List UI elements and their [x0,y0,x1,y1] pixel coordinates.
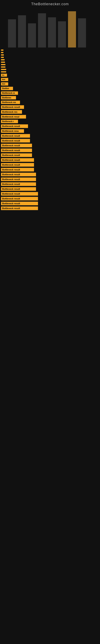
svg-rect-5 [48,17,56,48]
list-item: Bottleneck result [0,105,100,109]
bottleneck-result-label: Bottleneck result [1,124,28,128]
list-item: Bottleneck result [0,158,100,162]
bottleneck-result-label: Bottleneck re [1,91,18,95]
list-item: Bottleneck result [0,178,100,181]
list-item: Bottleneck result [0,153,100,157]
list-item: Bottleneck r [0,120,100,123]
bottleneck-result-label: Bottleneck result [1,173,36,176]
list-item [0,64,100,65]
list-item: Bottleneck result [0,197,100,200]
svg-rect-3 [28,23,36,48]
list-item [0,50,100,51]
bottleneck-result-label: Bot [1,78,8,81]
list-item: Bottleneck result [0,182,100,186]
list-item [0,69,100,70]
list-item: Bottleneck result [0,173,100,176]
bottleneck-result-label: Bottlenec [1,96,16,100]
list-item [0,54,100,56]
bottleneck-result-label [1,69,6,70]
list-item: Bottleneck result [0,192,100,196]
svg-rect-8 [78,18,86,48]
site-title: TheBottlenecker.com [0,0,100,7]
list-item: Bottleneck result [0,134,100,138]
list-item: Bottleneck res [0,110,100,114]
bottleneck-result-label: Bottleneck result [1,163,34,167]
bottleneck-result-label: Bottleneck result [1,202,38,205]
list-item: Bottleneck res [0,100,100,104]
bottleneck-result-label [1,62,5,63]
list-item: Bot [0,82,100,86]
bottleneck-result-label [1,54,4,56]
bottleneck-result-label: Bottleneck res [1,110,22,114]
list-item [0,66,100,68]
bottleneck-result-label: Bottlen [1,87,13,90]
bottleneck-result-label [1,57,4,58]
bottleneck-result-label: Bottleneck result [1,139,30,142]
bottleneck-result-label: Bot [1,82,8,86]
list-item: Bottleneck result [0,148,100,152]
chart-area [0,7,100,48]
list-item: Bottleneck result [0,187,100,191]
bottleneck-result-label: Bottleneck result [1,134,30,138]
list-item [0,52,100,53]
list-item: Bot [0,78,100,81]
bottleneck-result-label: Bottleneck result [1,178,36,181]
svg-rect-1 [8,19,16,48]
bottleneck-result-label [1,64,5,65]
list-item: Bottleneck result [0,168,100,172]
list-item [0,62,100,63]
list-item [0,57,100,58]
list-item: Bo [0,74,100,77]
bottleneck-result-label: Bottleneck result [1,197,38,200]
list-item: Bottleneck result [0,206,100,210]
bottleneck-result-label: Bottleneck res [1,100,20,104]
list-item [0,59,100,60]
bottleneck-result-label: Bottleneck result [1,168,34,172]
list-item: Bottlenec [0,96,100,100]
bottleneck-result-label: Bottleneck resul [1,115,26,118]
list-item: Bottleneck result [0,124,100,128]
results-container: BoBotBotBottlenBottleneck reBottlenecBot… [0,50,100,210]
svg-rect-6 [58,21,66,48]
bottleneck-result-label [1,52,3,53]
bottleneck-result-label [1,71,6,72]
bottleneck-result-label: Bottleneck result [1,182,36,186]
list-item: Bottleneck result [0,144,100,147]
bottleneck-result-label: Bottleneck result [1,148,32,152]
list-item: Bottlen [0,87,100,90]
bottleneck-result-label: Bottleneck r [1,120,18,123]
svg-rect-9 [68,11,76,48]
bottleneck-result-label: Bottleneck result [1,153,32,157]
bottleneck-result-label: Bottleneck result [1,144,32,147]
bottleneck-result-label: Bottleneck result [1,206,38,210]
bottleneck-result-label: Bottleneck result [1,105,24,109]
list-item: Bottleneck result [0,139,100,142]
svg-rect-2 [18,15,26,48]
list-item: Bottleneck resu [0,129,100,133]
svg-rect-4 [38,13,46,48]
bottleneck-result-label: Bottleneck result [1,187,36,191]
list-item: Bottleneck result [0,163,100,167]
list-item: Bottleneck re [0,91,100,95]
list-item [0,71,100,72]
bottleneck-result-label [1,59,4,60]
bottleneck-result-label [1,50,3,51]
bottleneck-result-label: Bottleneck resu [1,129,24,133]
bottleneck-result-label: Bo [1,74,7,77]
bottleneck-result-label: Bottleneck result [1,158,34,162]
list-item: Bottleneck resul [0,115,100,118]
bottleneck-result-label: Bottleneck result [1,192,38,196]
bottleneck-result-label [1,66,5,68]
list-item: Bottleneck result [0,202,100,205]
